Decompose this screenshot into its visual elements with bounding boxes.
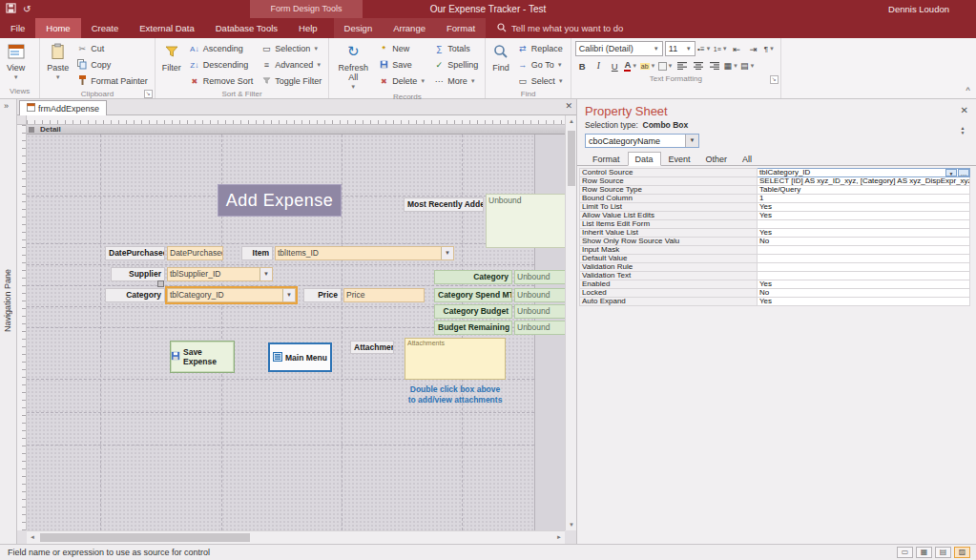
summary-category-label[interactable]: Category — [434, 270, 512, 284]
replace-button[interactable]: ⇄Replace — [514, 41, 567, 56]
save-record-button[interactable]: Save — [375, 57, 428, 73]
vertical-scroll-thumb[interactable] — [568, 131, 575, 186]
category-budget-textbox[interactable]: Unbound — [514, 304, 565, 319]
vertical-ruler[interactable] — [17, 125, 27, 530]
form-title-label[interactable]: Add Expense — [218, 184, 342, 217]
tell-me-box[interactable]: Tell me what you want to do — [486, 18, 634, 38]
filter-button[interactable]: Filter — [159, 40, 184, 73]
category-spend-mtd-textbox[interactable]: Unbound — [514, 288, 565, 302]
scroll-right-icon[interactable]: ► — [553, 531, 565, 544]
supplier-combo[interactable]: tblSupplier_ID▼ — [167, 267, 273, 281]
collapse-ribbon-button[interactable]: ^ — [966, 86, 970, 94]
go-to-button[interactable]: →Go To▼ — [514, 57, 567, 73]
selection-button[interactable]: ▭Selection▼ — [258, 41, 324, 56]
selected-object-combo[interactable]: cboCategoryName ▼ — [585, 134, 699, 148]
supplier-label[interactable]: Supplier — [111, 267, 165, 281]
horizontal-scroll-thumb[interactable] — [40, 533, 250, 542]
datasheet-view-icon[interactable]: ▦ — [916, 547, 932, 558]
paste-button[interactable]: Paste ▼ — [44, 40, 72, 82]
section-selector-icon[interactable] — [29, 127, 34, 133]
category-spend-mtd-label[interactable]: Category Spend MTD — [434, 288, 512, 302]
ps-tab-data[interactable]: Data — [628, 152, 661, 166]
tab-home[interactable]: Home — [35, 18, 80, 38]
descending-button[interactable]: Z↓Descending — [186, 57, 257, 73]
save-expense-button[interactable]: Save Expense — [170, 341, 235, 373]
budget-remaining-textbox[interactable]: Unbound — [514, 321, 565, 335]
align-right-button[interactable] — [708, 58, 722, 73]
form-view-icon[interactable]: ▭ — [897, 547, 913, 558]
attachments-control[interactable]: Attachments — [405, 338, 506, 380]
ps-tab-all[interactable]: All — [735, 152, 759, 165]
layout-view-icon[interactable]: ▤ — [935, 547, 951, 558]
main-menu-button[interactable]: Main Menu — [268, 342, 332, 372]
tab-file[interactable]: File — [0, 18, 35, 38]
select-button[interactable]: ▭Select▼ — [514, 73, 567, 89]
category-label[interactable]: Category — [105, 288, 165, 302]
totals-button[interactable]: ∑Totals — [430, 41, 481, 56]
date-purchased-label[interactable]: DatePurchased — [105, 246, 165, 260]
tab-format[interactable]: Format — [436, 18, 486, 38]
cut-button[interactable]: ✂Cut — [73, 41, 151, 56]
combo-dropdown-icon[interactable]: ▼ — [282, 289, 295, 301]
tab-external-data[interactable]: External Data — [129, 18, 205, 38]
copy-button[interactable]: Copy — [73, 57, 151, 73]
horizontal-ruler[interactable] — [27, 115, 565, 125]
document-tab-frmAddExpense[interactable]: frmAddExpense — [19, 100, 107, 115]
highlight-color-button[interactable]: ab▼ — [640, 58, 656, 73]
tab-arrange[interactable]: Arrange — [383, 18, 436, 38]
text-direction-button[interactable]: ¶▼ — [762, 41, 777, 56]
view-button[interactable]: View ▼ — [4, 40, 28, 82]
sort-properties-button[interactable]: ▲▼ — [957, 126, 968, 135]
background-color-button[interactable]: ▼ — [658, 58, 674, 73]
category-combo-selected[interactable]: tblCategory_ID▼ — [167, 288, 296, 302]
toggle-filter-button[interactable]: Toggle Filter — [258, 73, 324, 89]
object-dropdown-icon[interactable]: ▼ — [685, 135, 698, 147]
save-icon[interactable] — [6, 3, 16, 15]
scroll-left-icon[interactable]: ◄ — [27, 531, 38, 544]
combo-dropdown-icon[interactable]: ▼ — [441, 247, 453, 259]
italic-button[interactable]: I — [592, 58, 606, 73]
advanced-button[interactable]: ≡Advanced▼ — [258, 57, 324, 73]
clipboard-dialog-launcher-icon[interactable]: ↘ — [144, 90, 153, 98]
align-center-button[interactable] — [692, 58, 706, 73]
move-handle[interactable] — [157, 280, 164, 287]
alternate-row-color-button[interactable]: ▤▼ — [740, 58, 755, 73]
ps-tab-format[interactable]: Format — [585, 152, 628, 165]
ps-tab-other[interactable]: Other — [698, 152, 736, 165]
signed-in-user[interactable]: Dennis Loudon — [888, 0, 949, 18]
delete-record-button[interactable]: ✖Delete▼ — [375, 73, 428, 89]
item-label[interactable]: Item — [241, 246, 273, 260]
most-recently-added-textbox[interactable]: Unbound — [486, 194, 565, 248]
tab-create[interactable]: Create — [81, 18, 130, 38]
builder-button[interactable]: … — [958, 169, 969, 176]
price-field[interactable]: Price — [343, 288, 425, 302]
font-color-button[interactable]: A▼ — [624, 58, 638, 73]
more-button[interactable]: ···More▼ — [430, 73, 481, 89]
navigation-pane-collapsed[interactable]: » Navigation Pane — [0, 99, 17, 544]
most-recently-added-label[interactable]: Most Recently Added — [404, 197, 484, 212]
summary-category-textbox[interactable]: Unbound — [514, 270, 565, 284]
increase-indent-button[interactable]: ⇥ — [746, 41, 760, 56]
property-dropdown-icon[interactable]: ▼ — [945, 169, 957, 176]
control-source-value[interactable]: tblCategory_ID▼… — [758, 169, 970, 177]
undo-icon[interactable]: ↺ — [23, 4, 31, 14]
attachments-label[interactable]: Attachments — [350, 341, 394, 354]
budget-remaining-label[interactable]: Budget Remaining — [434, 321, 512, 335]
item-combo[interactable]: tblItems_ID▼ — [275, 246, 454, 260]
ascending-button[interactable]: A↓Ascending — [186, 41, 257, 56]
date-purchased-field[interactable]: DatePurchasec — [167, 246, 223, 260]
refresh-all-button[interactable]: ↻ Refresh All ▼ — [333, 40, 373, 92]
close-property-sheet-icon[interactable]: ✕ — [961, 105, 968, 115]
remove-sort-button[interactable]: ✖Remove Sort — [186, 73, 257, 89]
bullets-button[interactable]: •≡▼ — [697, 41, 712, 56]
category-budget-label[interactable]: Category Budget — [434, 304, 512, 319]
new-record-button[interactable]: *New — [375, 41, 428, 56]
font-size-combo[interactable]: 11▼ — [665, 41, 696, 56]
close-document-icon[interactable]: ✕ — [565, 101, 572, 111]
tab-design[interactable]: Design — [334, 18, 384, 38]
align-left-button[interactable] — [675, 58, 690, 73]
tab-help[interactable]: Help — [288, 18, 328, 38]
ps-tab-event[interactable]: Event — [661, 152, 698, 165]
design-view-icon[interactable]: ▨ — [954, 547, 970, 558]
vertical-scrollbar[interactable]: ▲ ▼ — [565, 115, 576, 530]
